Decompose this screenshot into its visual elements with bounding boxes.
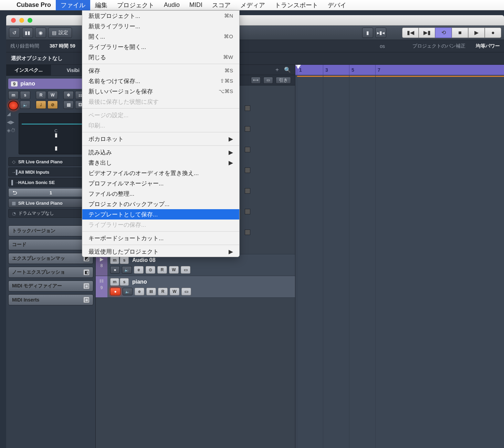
- track-list-pull-button[interactable]: 引き: [276, 77, 291, 84]
- record-arm-button[interactable]: ●: [110, 288, 120, 295]
- menubar-audio[interactable]: Audio: [159, 0, 185, 10]
- menubar-media[interactable]: メディア: [235, 0, 270, 10]
- toolbar-snap-button[interactable]: ▸▮◂: [375, 28, 386, 38]
- freeze-button[interactable]: ❄: [63, 91, 74, 99]
- write-automation-button[interactable]: W: [48, 91, 58, 99]
- toolbar-automation-button[interactable]: ◉: [35, 28, 46, 38]
- menu-new-project[interactable]: 新規プロジェクト...⌘N: [82, 11, 239, 21]
- transport-stop-button[interactable]: ■: [452, 28, 468, 38]
- edit-channel-button[interactable]: e: [135, 288, 144, 295]
- menubar-score[interactable]: スコア: [207, 0, 235, 10]
- window-zoom-button[interactable]: [28, 18, 32, 23]
- mute-button[interactable]: m: [110, 256, 119, 264]
- instrument-slot[interactable]: ▌→HALion Sonic SE: [8, 178, 93, 187]
- lanes-button[interactable]: ▭: [181, 288, 191, 295]
- transport-loop-button[interactable]: ⟲: [435, 28, 452, 38]
- input-routing-slot[interactable]: →▌All MIDI Inputs: [8, 167, 93, 176]
- write-automation-button[interactable]: W: [169, 266, 179, 274]
- menubar-project[interactable]: プロジェクト: [112, 0, 159, 10]
- toolbar-settings-button[interactable]: ▤ 設定: [48, 28, 72, 38]
- menu-cleanup[interactable]: ファイルの整理...: [82, 189, 239, 199]
- menu-save-as-template[interactable]: テンプレートとして保存...: [82, 209, 239, 220]
- section-expression-map[interactable]: エクスプレッションマッ◩: [8, 253, 93, 264]
- monitor-button[interactable]: 🔈: [122, 266, 132, 274]
- track-color-strip[interactable]: ▶ 8: [96, 254, 107, 276]
- midi-channel-slot[interactable]: ⮌1: [8, 188, 93, 197]
- transport-record-button[interactable]: ●: [485, 28, 501, 38]
- lanes-button[interactable]: ▭: [181, 266, 190, 274]
- toolbar-history-button[interactable]: ↺: [9, 28, 20, 38]
- section-midi-inserts[interactable]: MIDI Inserts⬚: [8, 294, 93, 305]
- monitor-button[interactable]: 🔈: [123, 288, 133, 295]
- lane-button[interactable]: ▤: [63, 101, 74, 109]
- track-row[interactable]: ▶ 8 ms Audio 08 ● 🔈 e ⊙ R W ▭: [96, 254, 295, 276]
- transport-forward-button[interactable]: ▶▮: [419, 28, 435, 38]
- pan-law-value[interactable]: 均等パワー: [476, 43, 500, 49]
- monitor-button[interactable]: 🔈: [20, 101, 30, 109]
- read-automation-button[interactable]: R: [158, 288, 168, 295]
- mute-button[interactable]: m: [110, 278, 119, 286]
- note-button[interactable]: ♩: [36, 101, 46, 109]
- read-automation-button[interactable]: R: [157, 266, 167, 274]
- bypass-button[interactable]: ⊘: [48, 101, 58, 109]
- menubar-edit[interactable]: 編集: [90, 0, 112, 10]
- menu-replace-video-audio[interactable]: ビデオファイルのオーディオを置き換え...: [82, 168, 239, 178]
- inspector-track-header[interactable]: 9 piano: [8, 79, 93, 89]
- pan-handle[interactable]: [55, 133, 57, 138]
- search-track-icon[interactable]: 🔍: [284, 67, 291, 73]
- menubar-app-name[interactable]: Cubase Pro: [12, 0, 56, 10]
- menu-import[interactable]: 読み込み▶: [82, 147, 239, 157]
- menu-export[interactable]: 書き出し▶: [82, 157, 239, 168]
- menubar-transport[interactable]: トランスポート: [270, 0, 323, 10]
- section-midi-modifier[interactable]: MIDI モディファイアー⬚: [8, 281, 93, 292]
- drummap-slot[interactable]: ◔ドラムマップなし: [8, 209, 93, 218]
- track-height-icon[interactable]: ⟷: [251, 77, 261, 84]
- menu-vocalonet[interactable]: ボカロネット▶: [82, 134, 239, 144]
- window-close-button[interactable]: [11, 18, 16, 23]
- write-automation-button[interactable]: W: [170, 288, 179, 295]
- arrange-grid[interactable]: [295, 75, 504, 448]
- menubar-file[interactable]: ファイル: [56, 0, 90, 10]
- menubar-device[interactable]: デバイ: [323, 0, 351, 10]
- track-name[interactable]: piano: [132, 279, 147, 285]
- toolbar-view-button[interactable]: ▮▮: [22, 28, 33, 38]
- add-track-icon[interactable]: ＋: [274, 66, 280, 73]
- track-color-strip[interactable]: ⦀⦀ 9: [96, 276, 107, 297]
- menu-save-new-version[interactable]: 新しいバージョンを保存⌥⌘S: [82, 86, 239, 96]
- menu-new-library[interactable]: 新規ライブラリー...: [82, 21, 239, 31]
- mute-button[interactable]: m: [8, 91, 19, 99]
- menu-profile-manager[interactable]: プロファイルマネージャー...: [82, 178, 239, 189]
- program-slot[interactable]: ▦SR Live Grand Piano: [8, 198, 93, 207]
- menu-key-shortcuts[interactable]: キーボードショートカット...: [82, 233, 239, 243]
- solo-button[interactable]: s: [120, 256, 129, 264]
- read-automation-button[interactable]: R: [36, 91, 46, 99]
- transport-play-button[interactable]: ▶: [468, 28, 485, 38]
- menu-save-as[interactable]: 名前をつけて保存...⇧⌘S: [82, 76, 239, 86]
- transport-rewind-button[interactable]: ▮◀: [402, 28, 419, 38]
- freeze-button[interactable]: ⊙: [146, 266, 155, 274]
- arrange-area[interactable]: 1 3 5 7: [295, 65, 504, 448]
- menu-save[interactable]: 保存⌘S: [82, 65, 239, 76]
- timeline-ruler[interactable]: 1 3 5 7: [295, 65, 504, 75]
- section-note-expression[interactable]: ノートエクスプレッショ◧: [8, 267, 93, 278]
- menu-open-library[interactable]: ライブラリーを開く...: [82, 42, 239, 52]
- track-row[interactable]: ⦀⦀ 9 ms piano ● 🔈 e ⦀⦀ R W ▭: [96, 276, 295, 298]
- menu-open[interactable]: 開く...⌘O: [82, 31, 239, 42]
- section-chord[interactable]: コード♪: [8, 239, 93, 250]
- delay-handle[interactable]: [55, 146, 57, 151]
- output-routing-slot[interactable]: ◇SR Live Grand Piano: [8, 157, 93, 166]
- track-name[interactable]: Audio 08: [132, 257, 156, 263]
- inspector-tab[interactable]: インスペク...: [6, 65, 51, 75]
- edit-channel-button[interactable]: e: [134, 266, 144, 274]
- toolbar-divider-button[interactable]: ▮: [362, 28, 373, 38]
- menu-recent-projects[interactable]: 最近使用したプロジェクト▶: [82, 246, 239, 257]
- instrument-button[interactable]: ⦀⦀: [146, 288, 156, 295]
- menu-close[interactable]: 閉じる⌘W: [82, 52, 239, 62]
- record-arm-button[interactable]: [8, 101, 19, 110]
- zoom-tracks-icon[interactable]: ▭: [263, 77, 273, 84]
- section-track-versions[interactable]: トラックバージョン▾: [8, 225, 93, 236]
- record-arm-button[interactable]: ●: [110, 266, 120, 274]
- menu-backup-project[interactable]: プロジェクトのバックアップ...: [82, 199, 239, 209]
- window-minimize-button[interactable]: [19, 18, 24, 23]
- solo-button[interactable]: s: [20, 91, 30, 99]
